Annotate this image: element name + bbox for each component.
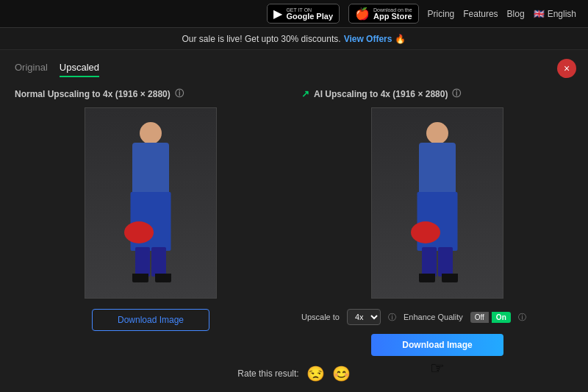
normal-person-image [85, 107, 216, 299]
image-columns: Normal Upscaling to 4x (1916 × 2880) ⓘ D… [15, 88, 573, 356]
google-play-btn[interactable]: ▶ GET IT ON Google Play [267, 4, 340, 24]
google-play-big-text: Google Play [286, 13, 333, 21]
ai-header-text: AI Upscaling to 4x (1916 × 2880) [314, 89, 448, 99]
pricing-link[interactable]: Pricing [428, 9, 455, 19]
info-icon-enhance[interactable]: ⓘ [518, 312, 526, 323]
enhance-toggle[interactable]: Off On [470, 312, 511, 323]
tabs-row: Original Upscaled [15, 62, 573, 77]
ai-info-icon[interactable]: ⓘ [452, 88, 461, 100]
features-link[interactable]: Features [463, 9, 498, 19]
fire-emoji: 🔥 [395, 34, 406, 44]
ai-download-wrapper: Download Image ☞ [371, 334, 503, 356]
sale-banner: Our sale is live! Get upto 30% discounts… [0, 28, 588, 50]
normal-info-icon[interactable]: ⓘ [175, 88, 184, 100]
blog-link[interactable]: Blog [507, 9, 525, 19]
normal-download-button[interactable]: Download Image [92, 309, 209, 331]
app-store-btn[interactable]: 🍎 Download on the App Store [348, 4, 419, 24]
controls-row: Upscale to 4x 2x 8x ⓘ Enhance Quality Of… [301, 309, 573, 325]
ai-upscale-col: ↗ AI Upscaling to 4x (1916 × 2880) ⓘ [301, 88, 573, 356]
apple-icon: 🍎 [355, 7, 370, 21]
ai-download-button[interactable]: Download Image [371, 334, 503, 356]
tab-original[interactable]: Original [15, 62, 48, 77]
enhance-quality-label: Enhance Quality [404, 313, 463, 321]
app-store-big-text: App Store [373, 13, 412, 21]
upscale-select[interactable]: 4x 2x 8x [347, 309, 381, 325]
ai-image-container [371, 107, 503, 299]
good-rating-button[interactable]: 😊 [332, 365, 351, 382]
rate-label: Rate this result: [237, 368, 298, 379]
normal-col-header: Normal Upscaling to 4x (1916 × 2880) ⓘ [15, 88, 287, 100]
ai-person-image [372, 107, 503, 299]
google-play-icon: ▶ [273, 7, 282, 21]
ai-upscale-icon: ↗ [301, 88, 309, 99]
ai-col-header: ↗ AI Upscaling to 4x (1916 × 2880) ⓘ [301, 88, 573, 100]
flag-icon: 🇬🇧 [534, 9, 545, 19]
normal-upscale-col: Normal Upscaling to 4x (1916 × 2880) ⓘ D… [15, 88, 287, 331]
rating-row: Rate this result: 😒 😊 [15, 365, 573, 382]
info-icon-upscale[interactable]: ⓘ [388, 312, 396, 323]
toggle-on-label[interactable]: On [492, 312, 511, 323]
normal-header-text: Normal Upscaling to 4x (1916 × 2880) [15, 89, 171, 99]
bad-rating-button[interactable]: 😒 [306, 365, 325, 382]
sale-text: Our sale is live! Get upto 30% discounts… [182, 34, 341, 44]
language-label: English [548, 9, 576, 19]
close-button[interactable]: × [557, 59, 576, 78]
view-offers-link[interactable]: View Offers [344, 34, 392, 44]
upscale-label: Upscale to [301, 313, 340, 321]
toggle-off-label[interactable]: Off [470, 312, 489, 323]
navbar: ▶ GET IT ON Google Play 🍎 Download on th… [0, 0, 588, 28]
normal-image-container [85, 107, 217, 299]
main-content: × Original Upscaled Normal Upscaling to … [0, 50, 588, 392]
tab-upscaled[interactable]: Upscaled [60, 62, 99, 77]
language-selector[interactable]: 🇬🇧 English [534, 9, 576, 19]
